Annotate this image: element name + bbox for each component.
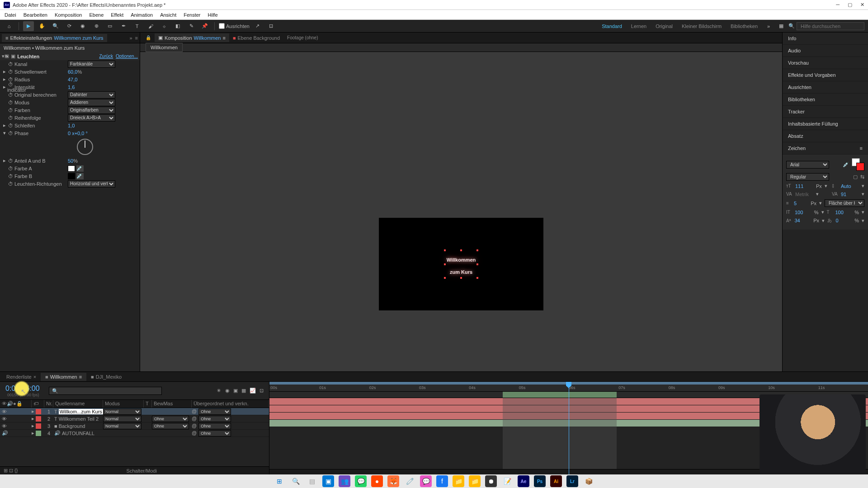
prop-schleifen-value[interactable]: 1,0 — [68, 123, 75, 128]
taskbar-start-icon[interactable]: ⊞ — [274, 475, 285, 487]
twirl-icon[interactable]: ▸ — [32, 408, 34, 414]
taskbar-ps-icon[interactable]: Ps — [534, 475, 546, 487]
taskbar-app3-icon[interactable]: 🧷 — [404, 475, 415, 487]
timeline-layer-row[interactable]: 👁▸3■BackgroundNormalOhne@Ohne — [0, 422, 269, 430]
shape-tool-icon[interactable]: ▭ — [104, 21, 115, 31]
baseline-value[interactable]: 34 — [795, 218, 811, 223]
panel-tracker[interactable]: Tracker — [783, 106, 868, 118]
prop-phase-value[interactable]: 0 x+0,0 ° — [68, 131, 88, 136]
parent-pickwhip-icon[interactable]: @ — [192, 423, 197, 429]
col-bew[interactable]: BewMas — [152, 400, 192, 408]
tl-tool-snap-icon[interactable]: ⊡ — [259, 388, 264, 394]
vscale-value[interactable]: 100 — [795, 210, 811, 215]
visibility-icon[interactable]: 👁 — [2, 423, 7, 429]
orbit-tool-icon[interactable]: ⟳ — [64, 21, 75, 31]
panel-absatz[interactable]: Absatz — [783, 130, 868, 142]
menu-animation[interactable]: Animation — [131, 12, 153, 18]
hscale-value[interactable]: 100 — [835, 210, 852, 215]
taskbar-obs-icon[interactable]: ⏺ — [485, 475, 497, 487]
tl-tool-blur-icon[interactable]: ◉ — [225, 388, 230, 394]
workspace-kleiner[interactable]: Kleiner Bildschirm — [678, 23, 725, 29]
close-button[interactable]: ✕ — [860, 2, 864, 8]
workspace-bibliotheken[interactable]: Bibliotheken — [727, 23, 761, 29]
col-mode[interactable]: Modus — [103, 400, 144, 408]
taskbar-lr-icon[interactable]: Lr — [566, 475, 578, 487]
prop-modus-select[interactable]: Addieren — [68, 99, 115, 106]
swap-colors-icon[interactable]: ⇆ — [860, 174, 864, 180]
phase-wheel[interactable] — [77, 139, 93, 155]
anchor-tool-icon[interactable]: ⊕ — [91, 21, 102, 31]
panel-vorschau[interactable]: Vorschau — [783, 57, 868, 69]
taskbar-notes-icon[interactable]: 📝 — [501, 475, 513, 487]
prop-intensitaet-value[interactable]: 1,6 — [68, 84, 75, 90]
taskbar-whatsapp-icon[interactable]: 💬 — [355, 475, 367, 487]
menu-fenster[interactable]: Fenster — [184, 12, 200, 18]
workspace-lernen[interactable]: Lernen — [627, 23, 650, 29]
effect-reset[interactable]: Zurück — [99, 54, 113, 59]
color-a-picker-icon[interactable]: 💉 — [76, 165, 84, 172]
layer-parent-select[interactable]: Ohne — [198, 423, 231, 429]
visibility-icon[interactable]: 👁 — [2, 416, 7, 422]
panel-menu-icon[interactable]: ≡ — [135, 35, 138, 41]
puppet-tool-icon[interactable]: 📌 — [199, 21, 210, 31]
panel-info[interactable]: Info — [783, 33, 868, 45]
col-t[interactable]: T — [144, 400, 152, 408]
taskbar-ai-icon[interactable]: Ai — [550, 475, 562, 487]
menu-ebene[interactable]: Ebene — [89, 12, 104, 18]
zeichen-menu-icon[interactable]: ≡ — [860, 145, 863, 151]
maximize-button[interactable]: ▢ — [848, 2, 852, 8]
taskbar-search-icon[interactable]: 🔍 — [290, 475, 302, 487]
tl-tool-shy-icon[interactable]: ⛯ — [217, 388, 222, 394]
timeline-layer-row[interactable]: 👁▸1TWillkom...zum KursNormal@Ohne — [0, 408, 269, 415]
tl-tool-3d-icon[interactable]: ▦ — [241, 388, 246, 394]
taskbar-ae-icon[interactable]: Ae — [518, 475, 529, 487]
timeline-playhead[interactable] — [569, 382, 569, 474]
layer-color-chip[interactable] — [36, 409, 41, 414]
tl-footer-toggle-icon[interactable]: ⊞ ⊡ {} — [4, 468, 18, 474]
tl-tool-graph-icon[interactable]: 📈 — [250, 388, 256, 394]
clone-tool-icon[interactable]: ⟐ — [159, 21, 170, 31]
selection-tool-icon[interactable]: ▶ — [23, 21, 34, 31]
fx-badge[interactable]: fx — [5, 54, 9, 58]
layer-mode-select[interactable]: Normal — [103, 423, 142, 429]
menu-effekt[interactable]: Effekt — [111, 12, 123, 18]
comp-flowchart-tab[interactable]: Willkommen — [146, 43, 183, 52]
tl-tab-render[interactable]: Renderliste× — [2, 373, 41, 381]
layer-parent-select[interactable]: Ohne — [198, 430, 231, 436]
menu-hilfe[interactable]: Hilfe — [208, 12, 218, 18]
timeline-layer-row[interactable]: 👁▸2TWillkommen Teil 2NormalOhne@Ohne — [0, 415, 269, 422]
prop-kanal-select[interactable]: Farbkanäle — [68, 61, 115, 68]
comp-text-layer[interactable]: Willkommen zum Kurs — [447, 252, 476, 276]
layer-mode-select[interactable]: Normal — [103, 408, 142, 415]
tl-tool-frame-icon[interactable]: ▣ — [233, 388, 238, 394]
rotate-tool-icon[interactable]: ◉ — [77, 21, 88, 31]
col-name[interactable]: Quellenname — [53, 400, 103, 408]
layer-color-chip[interactable] — [36, 423, 41, 429]
color-b-picker-icon[interactable]: 💉 — [76, 173, 84, 179]
snap-grid-icon[interactable]: ⊡ — [266, 21, 277, 31]
roto-tool-icon[interactable]: ✎ — [186, 21, 197, 31]
stroke-style-select[interactable]: Fläche über Kon... — [825, 199, 864, 207]
taskbar-tasks-icon[interactable]: ▤ — [306, 475, 318, 487]
col-parent[interactable]: Übergeordnet und verkn. — [192, 400, 269, 408]
panel-fuellung[interactable]: Inhaltsbasierte Füllung — [783, 118, 868, 130]
menu-bearbeiten[interactable]: Bearbeiten — [24, 12, 47, 18]
visibility-icon[interactable]: 👁 — [2, 409, 7, 414]
taskbar-explorer-icon[interactable]: 📁 — [453, 475, 464, 487]
taskbar-folder2-icon[interactable]: 📁 — [469, 475, 481, 487]
no-fill-icon[interactable]: ▢ — [853, 174, 858, 180]
timeline-search-input[interactable] — [49, 387, 162, 395]
layer-color-chip[interactable] — [36, 416, 41, 422]
panel-more-icon[interactable]: » — [129, 35, 132, 41]
minimize-button[interactable]: ─ — [836, 2, 840, 8]
panel-zeichen-header[interactable]: Zeichen≡ — [783, 142, 868, 155]
home-icon[interactable]: ⌂ — [4, 21, 14, 31]
taskbar-teams-icon[interactable]: 👥 — [339, 475, 350, 487]
snap-option-icon[interactable]: ↗ — [252, 21, 263, 31]
col-vis-icon[interactable]: 👁🔊●🔒 — [2, 401, 23, 406]
prop-original-select[interactable]: Dahinter — [68, 91, 115, 99]
fill-color-swatch[interactable] — [856, 163, 864, 171]
parent-pickwhip-icon[interactable]: @ — [192, 416, 197, 422]
snap-checkbox[interactable] — [219, 23, 225, 29]
kerning-value[interactable]: Metrik — [795, 192, 813, 197]
